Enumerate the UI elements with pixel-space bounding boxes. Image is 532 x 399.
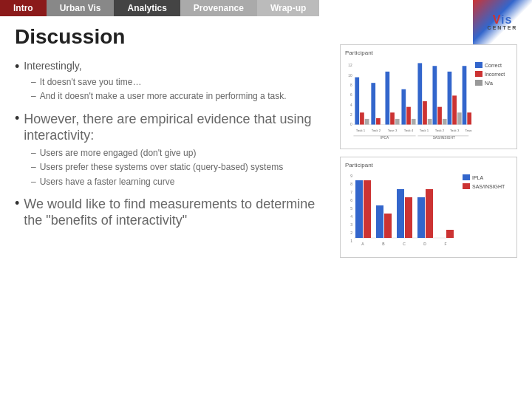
svg-rect-24 bbox=[443, 119, 447, 125]
svg-rect-53 bbox=[364, 180, 371, 238]
legend-correct-swatch bbox=[475, 62, 482, 68]
chart-1-legend: Correct Incorrect N/a bbox=[475, 59, 512, 144]
legend-incorrect: Incorrect bbox=[475, 71, 512, 77]
svg-text:Task 2: Task 2 bbox=[372, 129, 381, 132]
svg-text:4: 4 bbox=[350, 214, 352, 219]
svg-text:9: 9 bbox=[350, 174, 352, 178]
chart-1-svg: 12 10 8 6 4 2 0 bbox=[345, 59, 472, 144]
svg-text:8: 8 bbox=[350, 182, 352, 186]
svg-text:7: 7 bbox=[350, 190, 352, 194]
svg-rect-27 bbox=[457, 112, 462, 124]
legend-ipla-swatch bbox=[463, 174, 470, 180]
svg-rect-25 bbox=[448, 72, 452, 125]
svg-text:5: 5 bbox=[350, 206, 352, 211]
bullet-2-main-text: However, there are empirical evidence th… bbox=[24, 111, 325, 144]
sub-item-1-2: And it doesn't make a user more accurate… bbox=[31, 90, 325, 103]
legend-sas-label: SAS/INSIGHT bbox=[472, 184, 505, 189]
sub-item-2-2: Users prefer these systems over static (… bbox=[31, 161, 325, 174]
svg-text:6: 6 bbox=[350, 198, 352, 202]
left-panel: Discussion • Interestingly, It doesn't s… bbox=[15, 22, 325, 258]
svg-rect-23 bbox=[437, 107, 442, 125]
svg-text:B: B bbox=[382, 242, 385, 246]
legend-ipla-label: IPLA bbox=[472, 175, 483, 180]
sub-item-2-2-text: Users prefer these systems over static (… bbox=[40, 161, 283, 174]
legend-sas-swatch bbox=[463, 183, 470, 189]
svg-text:D: D bbox=[423, 242, 426, 246]
legend-incorrect-label: Incorrect bbox=[485, 72, 505, 77]
svg-text:Tase 3: Tase 3 bbox=[388, 129, 398, 132]
bullet-list: • Interestingly, It doesn't save you tim… bbox=[15, 59, 325, 229]
svg-rect-21 bbox=[428, 119, 432, 125]
svg-text:IPCA: IPCA bbox=[381, 136, 389, 140]
right-panel: Participant 12 10 8 6 4 2 0 bbox=[340, 44, 517, 258]
legend-incorrect-swatch bbox=[475, 71, 482, 77]
svg-rect-26 bbox=[452, 95, 457, 124]
sub-item-2-1-text: Users are more engaged (don't give up) bbox=[40, 147, 197, 160]
svg-rect-19 bbox=[417, 63, 422, 124]
svg-rect-12 bbox=[376, 118, 381, 125]
logo: Vis CENTER bbox=[473, 0, 532, 44]
legend-na-label: N/a bbox=[485, 81, 493, 86]
sub-item-1-1-text: It doesn't save you time… bbox=[40, 76, 142, 89]
svg-rect-11 bbox=[371, 83, 375, 124]
svg-rect-15 bbox=[395, 119, 400, 125]
legend-sas: SAS/INSIGHT bbox=[463, 183, 505, 189]
nav-item-wrapup[interactable]: Wrap-up bbox=[257, 0, 319, 16]
legend-correct: Correct bbox=[475, 62, 512, 68]
svg-rect-10 bbox=[365, 119, 369, 125]
bullet-dot-1: • bbox=[15, 60, 19, 73]
main-content: Discussion • Interestingly, It doesn't s… bbox=[0, 16, 532, 264]
svg-text:A: A bbox=[361, 242, 364, 246]
svg-text:Task 2: Task 2 bbox=[435, 129, 445, 132]
svg-rect-17 bbox=[406, 107, 411, 125]
logo-center-text: CENTER bbox=[488, 25, 518, 31]
svg-rect-61 bbox=[446, 230, 454, 238]
sub-item-1-1: It doesn't save you time… bbox=[31, 76, 325, 89]
svg-rect-28 bbox=[463, 66, 467, 124]
chart-2-title: Participant bbox=[345, 162, 512, 168]
svg-rect-56 bbox=[397, 189, 404, 238]
svg-text:Tase4: Tase4 bbox=[465, 129, 472, 132]
legend-na: N/a bbox=[475, 80, 512, 86]
svg-rect-29 bbox=[467, 112, 471, 124]
bullet-item-3: • We would like to find measurements to … bbox=[15, 196, 325, 229]
svg-text:4: 4 bbox=[350, 103, 352, 107]
svg-rect-55 bbox=[384, 214, 392, 238]
nav-item-provenance[interactable]: Provenance bbox=[180, 0, 257, 16]
sub-item-2-1: Users are more engaged (don't give up) bbox=[31, 147, 325, 160]
bullet-dot-2: • bbox=[15, 112, 19, 125]
svg-text:12: 12 bbox=[348, 64, 352, 67]
svg-text:SAS/INSIGHT: SAS/INSIGHT bbox=[433, 136, 455, 140]
svg-rect-20 bbox=[423, 101, 427, 125]
svg-text:Task 1: Task 1 bbox=[356, 129, 366, 132]
svg-text:6: 6 bbox=[350, 93, 352, 97]
svg-text:C: C bbox=[403, 242, 406, 246]
bullet-item-1: • Interestingly, It doesn't save you tim… bbox=[15, 59, 325, 103]
bullet-3-main-text: We would like to find measurements to de… bbox=[24, 196, 325, 229]
svg-rect-14 bbox=[390, 112, 395, 124]
nav-item-intro[interactable]: Intro bbox=[0, 0, 47, 16]
svg-rect-52 bbox=[355, 180, 363, 238]
svg-text:8: 8 bbox=[350, 83, 352, 87]
nav-item-urban[interactable]: Urban Vis bbox=[47, 0, 115, 16]
svg-text:Task 4: Task 4 bbox=[404, 129, 414, 132]
svg-rect-58 bbox=[417, 197, 425, 238]
svg-text:Task 3: Task 3 bbox=[450, 129, 460, 132]
chart-1-title: Participant bbox=[345, 50, 512, 56]
legend-na-swatch bbox=[475, 80, 482, 86]
svg-rect-59 bbox=[426, 189, 433, 238]
bullet-1-main-text: Interestingly, bbox=[24, 59, 81, 72]
sub-list-1: It doesn't save you time… And it doesn't… bbox=[15, 76, 325, 103]
svg-text:3: 3 bbox=[350, 222, 352, 227]
svg-rect-8 bbox=[355, 78, 359, 125]
bullet-item-2: • However, there are empirical evidence … bbox=[15, 111, 325, 188]
svg-text:Task 1: Task 1 bbox=[420, 129, 429, 132]
chart-2-legend: IPLA SAS/INSIGHT bbox=[463, 171, 505, 253]
svg-text:F: F bbox=[444, 242, 446, 246]
svg-text:2: 2 bbox=[350, 113, 352, 117]
nav-item-analytics[interactable]: Analytics bbox=[114, 0, 180, 16]
svg-rect-54 bbox=[376, 205, 383, 238]
svg-rect-18 bbox=[412, 119, 416, 125]
svg-text:0: 0 bbox=[350, 123, 352, 126]
legend-ipla: IPLA bbox=[463, 174, 505, 180]
